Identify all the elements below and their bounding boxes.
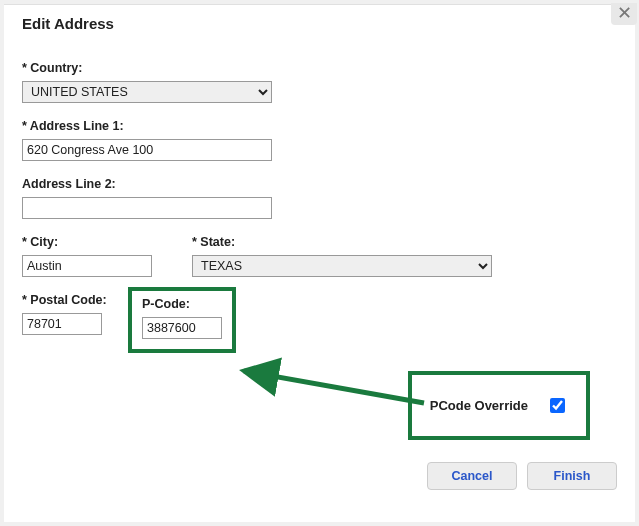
- close-button[interactable]: ✕: [611, 3, 637, 25]
- address1-input[interactable]: [22, 139, 272, 161]
- city-state-row: * City: * State: TEXAS: [22, 235, 617, 277]
- address2-label: Address Line 2:: [22, 177, 617, 191]
- address-form: * Country: UNITED STATES * Address Line …: [4, 61, 635, 353]
- pcode-override-label: PCode Override: [430, 398, 528, 413]
- pcode-label: P-Code:: [142, 297, 222, 311]
- postal-pcode-row: * Postal Code: P-Code:: [22, 293, 617, 353]
- city-input[interactable]: [22, 255, 152, 277]
- dialog-actions: Cancel Finish: [427, 462, 617, 490]
- city-label: * City:: [22, 235, 192, 249]
- finish-button[interactable]: Finish: [527, 462, 617, 490]
- close-icon: ✕: [617, 3, 632, 23]
- state-label: * State:: [192, 235, 492, 249]
- pcode-highlight-box: P-Code:: [128, 287, 236, 353]
- postal-label: * Postal Code:: [22, 293, 132, 307]
- address1-field-group: * Address Line 1:: [22, 119, 617, 161]
- dialog-title: Edit Address: [22, 15, 114, 32]
- pcode-override-checkbox[interactable]: [550, 398, 565, 413]
- edit-address-dialog: ✕ Edit Address * Country: UNITED STATES …: [4, 4, 635, 522]
- pcode-field-group: P-Code:: [132, 293, 236, 353]
- cancel-button[interactable]: Cancel: [427, 462, 517, 490]
- country-select[interactable]: UNITED STATES: [22, 81, 272, 103]
- country-field-group: * Country: UNITED STATES: [22, 61, 617, 103]
- svg-line-1: [244, 371, 424, 403]
- city-field-group: * City:: [22, 235, 192, 277]
- pcode-input[interactable]: [142, 317, 222, 339]
- address2-input[interactable]: [22, 197, 272, 219]
- dialog-header: Edit Address: [4, 5, 635, 61]
- state-field-group: * State: TEXAS: [192, 235, 492, 277]
- postal-input[interactable]: [22, 313, 102, 335]
- address1-label: * Address Line 1:: [22, 119, 617, 133]
- pcode-override-box: PCode Override: [408, 371, 590, 440]
- address2-field-group: Address Line 2:: [22, 177, 617, 219]
- country-label: * Country:: [22, 61, 617, 75]
- postal-field-group: * Postal Code:: [22, 293, 132, 353]
- state-select[interactable]: TEXAS: [192, 255, 492, 277]
